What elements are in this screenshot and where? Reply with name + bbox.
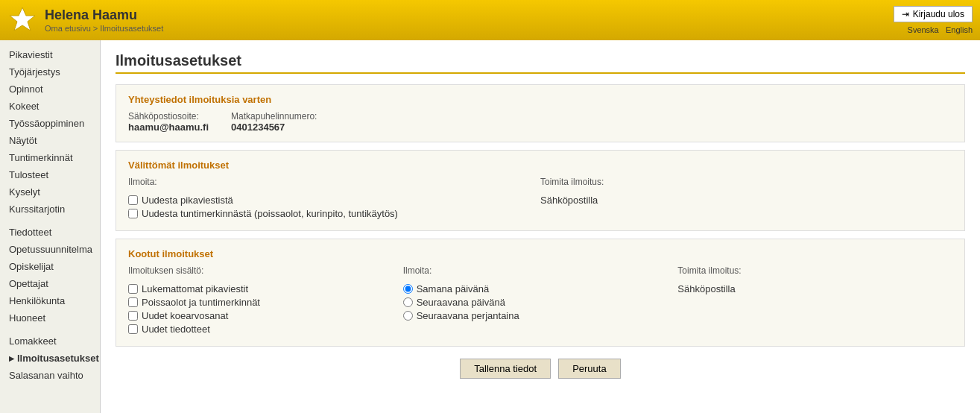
sidebar-label: Tulosteet: [9, 169, 48, 180]
sidebar-label: Pikaviestit: [9, 49, 53, 60]
kootut-cb-poissaolot-input[interactable]: [128, 297, 138, 307]
checkbox-pikaviesti-label: Uudesta pikaviestistä: [142, 195, 233, 206]
sidebar-label: Opetussuunnitelma: [9, 244, 92, 255]
kootut-title: Kootut ilmoitukset: [128, 248, 952, 259]
sidebar-label: Lomakkeet: [9, 335, 57, 347]
kootut-cb-pikaviestit-input[interactable]: [128, 284, 138, 294]
sidebar-label: Opinnot: [9, 83, 43, 95]
logout-icon: ⇥: [902, 9, 909, 19]
sidebar-label: Tuntimerkinnät: [9, 152, 73, 163]
kootut-cb-koearvosanat-label: Uudet koearvosanat: [142, 310, 228, 321]
breadcrumb: Oma etusivu > Ilmoitusasetukset: [45, 24, 163, 33]
valittomat-checkboxes: Uudesta pikaviestistä Uudesta tuntimerki…: [128, 195, 540, 221]
radio-seuraavana: Seuraavana päivänä: [403, 297, 678, 308]
radio-perjantaina: Seuraavana perjantaina: [403, 310, 678, 321]
sidebar-label: Opiskelijat: [9, 261, 54, 272]
sidebar-item-kokeet[interactable]: Kokeet: [0, 98, 100, 115]
sidebar-item-opetussuunnitelma[interactable]: Opetussuunnitelma: [0, 241, 100, 258]
sidebar-label: Opettajat: [9, 278, 48, 289]
kootut-cb-koearvosanat: Uudet koearvosanat: [128, 310, 403, 321]
toimita-sahkopostilla: Sähköpostilla: [540, 195, 598, 206]
language-links: Svenska English: [908, 25, 973, 34]
sidebar-item-ilmoitusasetukset[interactable]: Ilmoitusasetukset: [0, 350, 100, 367]
kootut-checkboxes: Lukemattomat pikaviestit Poissaolot ja t…: [128, 283, 403, 337]
layout: Pikaviestit Työjärjestys Opinnot Kokeet …: [0, 40, 980, 413]
checkbox-tuntimerkinta-label: Uudesta tuntimerkinnästä (poissaolot, ku…: [142, 208, 398, 219]
header-right: ⇥ Kirjaudu ulos Svenska English: [894, 6, 973, 34]
kootut-cb-tiedotteet: Uudet tiedotteet: [128, 324, 403, 335]
kootut-cb-poissaolot-label: Poissaolot ja tuntimerkinnät: [142, 297, 260, 308]
checkbox-pikaviesti-input[interactable]: [128, 195, 138, 205]
save-button[interactable]: Tallenna tiedot: [460, 359, 551, 379]
valittomat-toimita: Sähköpostilla: [540, 195, 952, 206]
radio-perjantaina-input[interactable]: [403, 311, 413, 321]
sidebar-label: Näytöt: [9, 135, 37, 146]
toimita-header: Toimita ilmoitus:: [540, 177, 952, 187]
logout-button[interactable]: ⇥ Kirjaudu ulos: [894, 6, 973, 22]
logout-label: Kirjaudu ulos: [913, 9, 964, 19]
sidebar-item-tulosteet[interactable]: Tulosteet: [0, 166, 100, 183]
radio-seuraavana-label: Seuraavana päivänä: [417, 297, 505, 308]
valittomat-title: Välittömät ilmoitukset: [128, 160, 952, 171]
kootut-cb-tiedotteet-label: Uudet tiedotteet: [142, 324, 210, 335]
sidebar: Pikaviestit Työjärjestys Opinnot Kokeet …: [0, 40, 101, 413]
phone-label: Matkapuhelinnumero:: [231, 111, 317, 122]
sidebar-item-tiedotteet[interactable]: Tiedotteet: [0, 224, 100, 241]
kootut-cb-tiedotteet-input[interactable]: [128, 324, 138, 334]
sidebar-item-lomakkeet[interactable]: Lomakkeet: [0, 332, 100, 350]
sidebar-item-huoneet[interactable]: Huoneet: [0, 309, 100, 327]
valittomat-section: Välittömät ilmoitukset Ilmoita: Toimita …: [116, 150, 965, 231]
checkbox-tuntimerkinta-input[interactable]: [128, 209, 138, 218]
sidebar-item-henkilokunta[interactable]: Henkilökunta: [0, 292, 100, 309]
sidebar-item-opettajat[interactable]: Opettajat: [0, 275, 100, 292]
kootut-cb-koearvosanat-input[interactable]: [128, 311, 138, 321]
sidebar-label: Kyselyt: [9, 186, 40, 198]
sidebar-label: Huoneet: [9, 312, 45, 324]
sidebar-label: Tiedotteet: [9, 227, 51, 238]
sidebar-item-pikaviestit[interactable]: Pikaviestit: [0, 46, 100, 63]
kootut-toimita: Sähköpostilla: [677, 283, 952, 294]
phone-block: Matkapuhelinnumero: 0401234567: [231, 111, 317, 133]
sidebar-label: Ilmoitusasetukset: [17, 353, 99, 364]
sidebar-label: Työjärjestys: [9, 66, 60, 78]
english-link[interactable]: English: [946, 25, 973, 34]
kootut-section: Kootut ilmoitukset Ilmoituksen sisältö: …: [116, 239, 965, 347]
email-block: Sähköpostiosoite: haamu@haamu.fi: [128, 111, 209, 133]
email-label: Sähköpostiosoite:: [128, 111, 209, 122]
user-name: Helena Haamu: [45, 7, 163, 24]
sidebar-label: Kokeet: [9, 101, 39, 112]
phone-value: 0401234567: [231, 122, 317, 133]
ilmoita-header: Ilmoita:: [128, 177, 540, 187]
sidebar-item-tyossaoppiminen[interactable]: Työssäoppiminen: [0, 115, 100, 132]
sidebar-item-opinnot[interactable]: Opinnot: [0, 81, 100, 98]
email-value: haamu@haamu.fi: [128, 122, 209, 133]
header: Helena Haamu Oma etusivu > Ilmoitusasetu…: [0, 0, 980, 40]
svenska-link[interactable]: Svenska: [908, 25, 939, 34]
page-title: Ilmoitusasetukset: [116, 52, 965, 74]
cancel-button[interactable]: Peruuta: [558, 359, 621, 379]
yhteystiedot-row: Sähköpostiosoite: haamu@haamu.fi Matkapu…: [128, 111, 952, 133]
radio-samana-label: Samana päivänä: [417, 283, 490, 294]
sidebar-item-salasanan-vaihto[interactable]: Salasanan vaihto: [0, 367, 100, 384]
sidebar-label: Kurssitarjotin: [9, 204, 65, 215]
sidebar-item-opiskelijat[interactable]: Opiskelijat: [0, 258, 100, 275]
sidebar-label: Työssäoppiminen: [9, 118, 84, 129]
sidebar-label: Salasanan vaihto: [9, 370, 83, 381]
yhteystiedot-section: Yhteystiedot ilmoituksia varten Sähköpos…: [116, 84, 965, 142]
radio-perjantaina-label: Seuraavana perjantaina: [417, 310, 519, 321]
radio-seuraavana-input[interactable]: [403, 297, 413, 307]
sidebar-item-kyselyt[interactable]: Kyselyt: [0, 183, 100, 201]
kootut-radios: Samana päivänä Seuraavana päivänä Seuraa…: [403, 283, 678, 324]
header-left: Helena Haamu Oma etusivu > Ilmoitusasetu…: [7, 5, 163, 35]
sidebar-item-tyojarjestys[interactable]: Työjärjestys: [0, 63, 100, 81]
header-title: Helena Haamu Oma etusivu > Ilmoitusasetu…: [45, 7, 163, 33]
radio-samana-input[interactable]: [403, 284, 413, 294]
sidebar-item-tuntimerkinnat[interactable]: Tuntimerkinnät: [0, 149, 100, 166]
svg-marker-0: [10, 7, 35, 31]
sidebar-item-kurssitarjotin[interactable]: Kurssitarjotin: [0, 201, 100, 218]
checkbox-pikaviesti: Uudesta pikaviestistä: [128, 195, 540, 206]
sidebar-item-naytot[interactable]: Näytöt: [0, 132, 100, 149]
kootut-cb-pikaviestit: Lukemattomat pikaviestit: [128, 283, 403, 294]
kootut-toimita-header: Toimita ilmoitus:: [677, 265, 952, 276]
button-row: Tallenna tiedot Peruuta: [116, 359, 965, 379]
